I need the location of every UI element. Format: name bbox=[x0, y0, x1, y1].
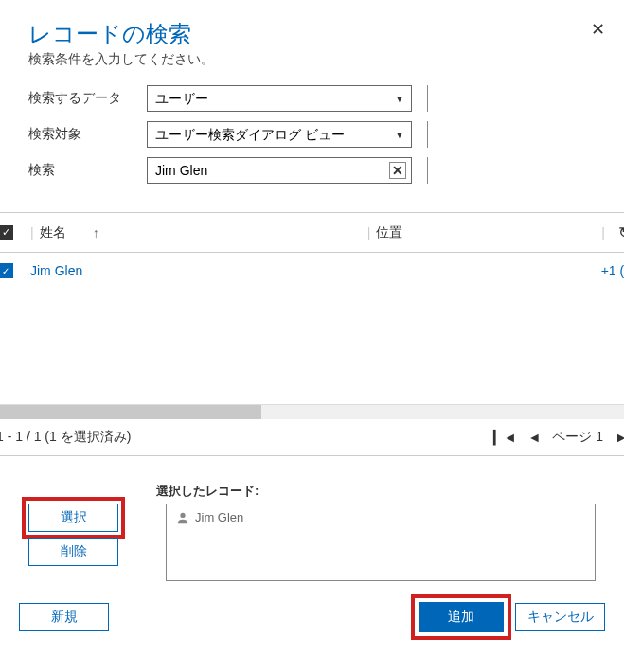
scroll-thumb[interactable] bbox=[0, 405, 261, 419]
horizontal-scrollbar[interactable]: ◄ ► bbox=[0, 404, 624, 419]
select-all-checkbox[interactable]: ✓ bbox=[0, 225, 13, 240]
divider bbox=[427, 121, 428, 148]
search-label: 検索 bbox=[28, 162, 147, 179]
check-icon: ✓ bbox=[2, 266, 9, 276]
person-icon bbox=[176, 511, 189, 524]
remove-button[interactable]: 削除 bbox=[28, 538, 118, 566]
first-page-button[interactable]: ▎◄ bbox=[493, 430, 517, 445]
column-divider: | bbox=[601, 225, 605, 240]
search-data-select[interactable]: ユーザー bbox=[147, 85, 412, 112]
pager-info: 1 - 1 / 1 (1 を選択済み) bbox=[0, 429, 131, 446]
column-name-header[interactable]: 姓名 bbox=[40, 224, 66, 241]
clear-search-icon[interactable]: ✕ bbox=[389, 162, 406, 179]
column-divider: | bbox=[367, 225, 371, 240]
refresh-icon: ↻ bbox=[618, 223, 625, 241]
table-row[interactable]: ✓ Jim Glen +1 (4 bbox=[0, 253, 624, 289]
page-label: ページ 1 bbox=[552, 429, 603, 446]
row-position: +1 (4 bbox=[365, 263, 624, 278]
divider bbox=[427, 157, 428, 184]
divider bbox=[427, 85, 428, 112]
selected-item[interactable]: Jim Glen bbox=[176, 510, 585, 524]
search-data-label: 検索するデータ bbox=[28, 90, 147, 107]
select-button[interactable]: 選択 bbox=[28, 504, 118, 532]
search-target-select[interactable]: ユーザー検索ダイアログ ビュー bbox=[147, 121, 412, 148]
refresh-button[interactable]: ↻ bbox=[611, 220, 624, 246]
close-button[interactable]: ✕ bbox=[591, 19, 605, 40]
next-page-button[interactable]: ► bbox=[615, 430, 624, 445]
dialog-title: レコードの検索 bbox=[28, 19, 596, 49]
selected-records-label: 選択したレコード: bbox=[156, 483, 596, 500]
column-divider: | bbox=[30, 225, 34, 240]
row-name[interactable]: Jim Glen bbox=[25, 263, 365, 278]
new-button[interactable]: 新規 bbox=[19, 603, 109, 631]
table-header: ✓ | 姓名 ↑ | 位置 | ↻ bbox=[0, 213, 624, 253]
selected-item-name: Jim Glen bbox=[195, 510, 243, 524]
selected-records-box[interactable]: Jim Glen bbox=[166, 504, 596, 581]
row-checkbox[interactable]: ✓ bbox=[0, 263, 13, 278]
add-button[interactable]: 追加 bbox=[419, 602, 504, 632]
sort-ascending-icon[interactable]: ↑ bbox=[93, 225, 99, 240]
svg-point-0 bbox=[180, 512, 185, 517]
check-icon: ✓ bbox=[2, 227, 10, 238]
dialog-subtitle: 検索条件を入力してください。 bbox=[28, 51, 596, 68]
column-position-header[interactable]: 位置 bbox=[376, 224, 402, 241]
prev-page-button[interactable]: ◄ bbox=[528, 430, 542, 445]
cancel-button[interactable]: キャンセル bbox=[515, 603, 605, 631]
search-target-label: 検索対象 bbox=[28, 126, 147, 143]
search-input[interactable] bbox=[147, 157, 412, 184]
